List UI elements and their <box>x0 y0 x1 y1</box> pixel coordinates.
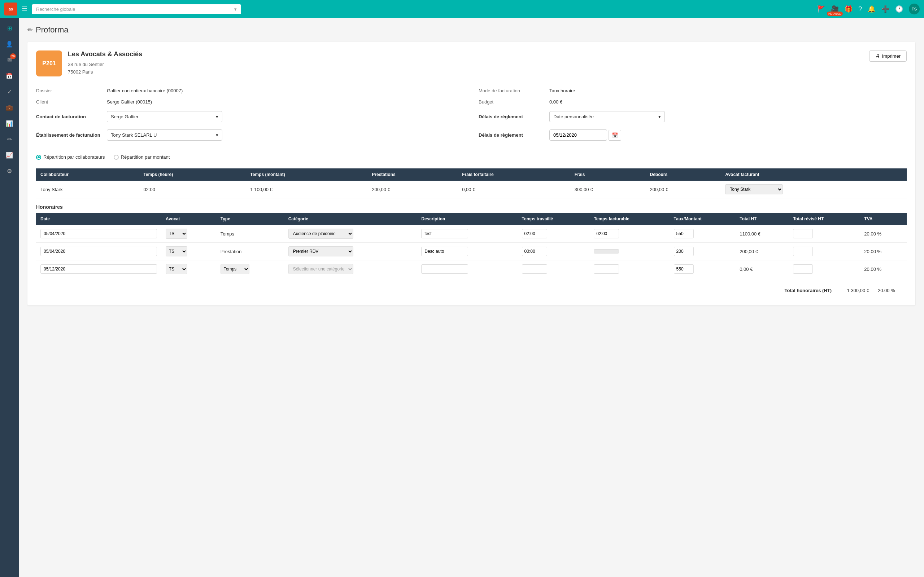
hcell-date-1 <box>36 225 162 243</box>
table-row: TS Prestation Premier RDV <box>36 243 907 260</box>
delais2-row: Délais de règlement 📅 <box>478 126 907 144</box>
hcell-tva-2: 20.00 % <box>860 243 907 260</box>
categorie-select-2[interactable]: Premier RDV <box>288 246 353 256</box>
temps-travaille-3[interactable] <box>522 264 547 274</box>
delais1-value: Date personnalisée <box>553 114 594 119</box>
sidebar-item-calendar[interactable]: 📅 <box>2 69 16 83</box>
hcell-temps-facturable-2 <box>590 243 669 260</box>
radio-collaborateurs[interactable]: Répartition par collaborateurs <box>36 154 105 160</box>
taux-input-3[interactable] <box>674 264 694 274</box>
date-input-1[interactable] <box>40 229 157 239</box>
sidebar-item-analytics[interactable]: 📈 <box>2 148 16 162</box>
description-input-1[interactable] <box>421 229 468 239</box>
sidebar-item-reports[interactable]: 📊 <box>2 116 16 131</box>
temps-facturable-3[interactable] <box>594 264 619 274</box>
hcell-total-revise-1 <box>789 225 860 243</box>
avocat-select-2[interactable]: TS <box>166 246 187 256</box>
taux-input-2[interactable] <box>674 247 694 256</box>
temps-facturable-1[interactable] <box>594 229 619 239</box>
type-select-3[interactable]: Temps <box>221 264 249 274</box>
col-prestations: Prestations <box>367 168 458 181</box>
hcell-taux-1 <box>670 225 736 243</box>
info-right: Mode de facturation Taux horaire Budget … <box>478 85 907 144</box>
col-collaborateur: Collaborateur <box>36 168 139 181</box>
contact-select[interactable]: Serge Galtier ▾ <box>107 111 222 122</box>
collaborateur-table: Collaborateur Temps (heure) Temps (monta… <box>36 168 907 198</box>
grid-icon: ⊞ <box>7 25 12 32</box>
hcell-categorie-1: Audience de plaidoirie <box>284 225 417 243</box>
hcell-description-1 <box>417 225 517 243</box>
etablissement-select[interactable]: Tony Stark SELARL U ▾ <box>107 129 222 141</box>
contact-label: Contact de facturation <box>36 114 101 119</box>
hcell-temps-travaille-3 <box>518 260 590 278</box>
hamburger-icon[interactable]: ☰ <box>22 5 27 13</box>
date-input-2[interactable] <box>40 247 157 256</box>
hcell-avocat-1: TS <box>162 225 216 243</box>
col-debours: Débours <box>646 168 721 181</box>
delais2-date-input[interactable] <box>549 129 607 141</box>
hcell-type-3: Temps <box>216 260 284 278</box>
hcell-categorie-3: Sélectionner une catégorie <box>284 260 417 278</box>
taux-input-1[interactable] <box>674 229 694 239</box>
temps-travaille-1[interactable] <box>522 229 547 239</box>
sidebar-item-messages[interactable]: ✉ 29 <box>2 53 16 67</box>
contact-facturation-row: Contact de facturation Serge Galtier ▾ <box>36 108 464 126</box>
dossier-label: Dossier <box>36 88 101 93</box>
honoraires-header-row: Date Avocat Type Catégorie Description T… <box>36 213 907 225</box>
radio-group: Répartition par collaborateurs Répartiti… <box>36 152 907 163</box>
description-input-3[interactable] <box>421 264 468 274</box>
categorie-select-3[interactable]: Sélectionner une catégorie <box>288 264 353 274</box>
total-label: Total honoraires (HT) <box>785 288 832 293</box>
avocat-select-1[interactable]: TS <box>166 229 187 239</box>
collaborateur-tbody: Tony Stark 02:00 1 100,00 € 200,00 € 0,0… <box>36 181 907 198</box>
printer-icon: 🖨 <box>875 53 880 59</box>
hcol-total-ht: Total HT <box>735 213 789 225</box>
total-revise-1[interactable] <box>793 229 813 239</box>
temps-travaille-2[interactable] <box>522 247 547 256</box>
total-revise-3[interactable] <box>793 264 813 274</box>
date-input-3[interactable] <box>40 264 157 274</box>
gift-icon[interactable]: 🎁 <box>845 5 853 13</box>
delais2-date-wrap: 📅 <box>549 129 621 141</box>
new-badge: Nouveau <box>827 11 843 16</box>
hcell-total-revise-3 <box>789 260 860 278</box>
total-revise-2[interactable] <box>793 247 813 256</box>
radio-montant[interactable]: Répartition par montant <box>114 154 170 160</box>
collaborateur-thead: Collaborateur Temps (heure) Temps (monta… <box>36 168 907 181</box>
sidebar-item-notes[interactable]: ✏ <box>2 132 16 147</box>
etablissement-row: Établissement de facturation Tony Stark … <box>36 126 464 144</box>
delais1-chevron-icon: ▾ <box>658 114 661 119</box>
categorie-select-1[interactable]: Audience de plaidoirie <box>288 229 353 239</box>
question-icon[interactable]: ? <box>858 5 862 13</box>
hcol-type: Type <box>216 213 284 225</box>
sidebar-item-tasks[interactable]: ✓ <box>2 84 16 99</box>
search-bar[interactable]: Recherche globale ▾ <box>32 4 241 14</box>
print-label: Imprimer <box>882 53 901 59</box>
delais1-row: Délais de règlement Date personnalisée ▾ <box>478 108 907 126</box>
search-chevron-icon: ▾ <box>234 6 237 12</box>
sidebar-item-settings[interactable]: ⚙ <box>2 164 16 178</box>
user-avatar[interactable]: TS <box>909 3 920 15</box>
plus-icon[interactable]: ➕ <box>881 5 889 13</box>
print-button[interactable]: 🖨 Imprimer <box>869 50 907 62</box>
avocat-select-3[interactable]: TS <box>166 264 187 274</box>
radio-dot-collaborateurs <box>36 155 41 160</box>
clock-icon[interactable]: 🕐 <box>895 5 903 13</box>
honoraires-title: Honoraires <box>36 204 907 210</box>
avocat-facturant-select[interactable]: Tony Stark <box>725 184 783 194</box>
sidebar-item-contacts[interactable]: 👤 <box>2 37 16 51</box>
bell-icon[interactable]: 🔔 <box>868 5 876 13</box>
sidebar-item-cases[interactable]: 💼 <box>2 100 16 115</box>
settings-icon: ⚙ <box>7 168 12 174</box>
description-input-2[interactable] <box>421 247 468 256</box>
delais1-label: Délais de règlement <box>478 114 544 119</box>
calendar-picker-icon[interactable]: 📅 <box>609 130 621 141</box>
budget-label: Budget <box>478 99 544 105</box>
sidebar-item-dashboard[interactable]: ⊞ <box>2 21 16 35</box>
flag-icon[interactable]: 🚩 <box>817 5 825 13</box>
hcell-total-ht-1: 1100,00 € <box>735 225 789 243</box>
temps-facturable-disabled-2 <box>594 249 619 253</box>
delais1-select[interactable]: Date personnalisée ▾ <box>549 111 665 122</box>
video-badge-wrap: 🎥 Nouveau <box>831 5 839 13</box>
honoraires-thead: Date Avocat Type Catégorie Description T… <box>36 213 907 225</box>
